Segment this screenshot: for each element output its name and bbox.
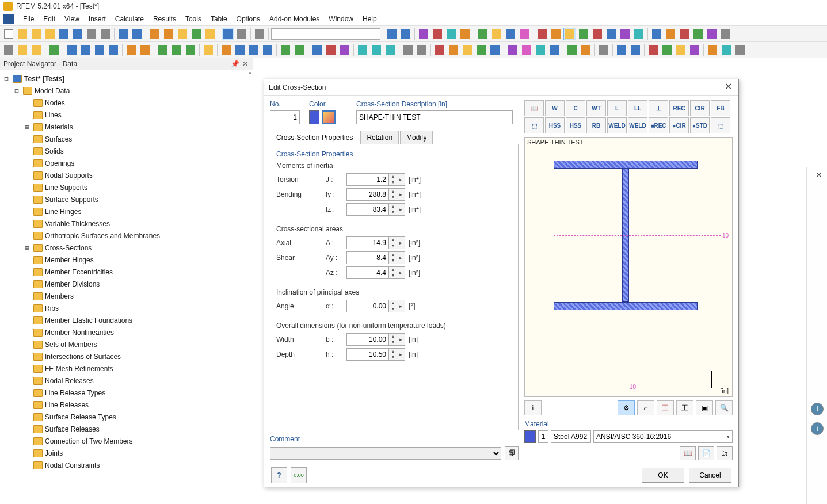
toolbar-button[interactable]	[461, 44, 474, 56]
tree-item-fe-mesh-refinements[interactable]: ·FE Mesh Refinements	[2, 362, 253, 375]
tree-item-surfaces[interactable]: ·Surfaces	[2, 133, 253, 145]
toolbar-button[interactable]	[85, 28, 98, 40]
toolbar-button[interactable]	[162, 28, 175, 40]
section-library-button[interactable]: L	[607, 100, 627, 116]
spin-goto-icon[interactable]: ▸	[397, 203, 405, 216]
toolbar-button[interactable]	[597, 44, 610, 56]
expander-icon[interactable]: ⊟	[13, 87, 21, 95]
toolbar-button[interactable]	[338, 44, 351, 56]
navigator-pin-icon[interactable]: 📌	[231, 60, 239, 68]
spin-goto-icon[interactable]: ▸	[397, 266, 405, 279]
material-standard-dropdown[interactable]: ANSI/AISC 360-16:2016▾	[593, 430, 733, 443]
menu-help[interactable]: Help	[358, 14, 382, 24]
tree-item-lines[interactable]: ·Lines	[2, 109, 253, 121]
toolbar-button[interactable]	[356, 44, 369, 56]
toolbar-button[interactable]	[619, 28, 631, 40]
toolbar-button[interactable]	[148, 28, 161, 40]
section-library-button[interactable]: ⬚	[711, 117, 730, 133]
toolbar-button[interactable]	[475, 44, 487, 56]
toolbar-button[interactable]	[125, 44, 138, 56]
toolbar-button[interactable]	[176, 28, 189, 40]
toolbar-button[interactable]	[632, 28, 645, 40]
spin-up-icon[interactable]: ▴	[389, 334, 397, 339]
toolbar-button[interactable]	[16, 28, 29, 40]
section-library-button[interactable]: WELD	[607, 117, 627, 133]
toolbar-button[interactable]	[417, 28, 430, 40]
section-library-button[interactable]: WT	[586, 100, 606, 116]
property-input[interactable]	[346, 173, 389, 186]
menu-table[interactable]: Table	[206, 14, 232, 24]
toolbar-button[interactable]	[117, 28, 129, 40]
toolbar-button[interactable]	[30, 44, 43, 56]
toolbar-button[interactable]	[247, 44, 260, 56]
toolbar-button[interactable]	[577, 28, 590, 40]
toolbar-button[interactable]	[202, 44, 215, 56]
property-input[interactable]	[346, 348, 389, 361]
toolbar-button[interactable]	[520, 44, 533, 56]
toolbar-button[interactable]	[220, 44, 233, 56]
toolbar-button[interactable]	[433, 44, 446, 56]
preview-tool-5[interactable]: ▣	[696, 400, 713, 415]
toolbar-button[interactable]	[2, 44, 15, 56]
property-input[interactable]	[346, 266, 389, 279]
tree-item-member-elastic-foundations[interactable]: ·Member Elastic Foundations	[2, 314, 253, 326]
toolbar-button[interactable]	[548, 44, 561, 56]
color-picker-button[interactable]	[322, 110, 336, 124]
property-input[interactable]	[346, 251, 389, 264]
spin-up-icon[interactable]: ▴	[389, 349, 397, 354]
toolbar-button[interactable]	[674, 44, 687, 56]
expander-icon[interactable]: ⊞	[23, 244, 31, 252]
section-library-button[interactable]: C	[566, 100, 585, 116]
toolbar-button[interactable]	[184, 44, 197, 56]
toolbar-button[interactable]	[534, 44, 547, 56]
toolbar-button[interactable]	[566, 44, 578, 56]
navigator-close-icon[interactable]: ✕	[241, 60, 249, 68]
tree-item-materials[interactable]: ⊞Materials	[2, 121, 253, 133]
spin-down-icon[interactable]: ▾	[389, 273, 397, 278]
ok-button[interactable]: OK	[642, 468, 684, 483]
toolbar-button[interactable]	[44, 28, 56, 40]
spin-goto-icon[interactable]: ▸	[397, 251, 405, 264]
section-library-button[interactable]: ●STD	[690, 117, 710, 133]
section-library-button[interactable]: LL	[628, 100, 647, 116]
section-library-button[interactable]: 📖	[524, 100, 544, 116]
scroll-up-icon[interactable]: ˄	[249, 71, 251, 78]
toolbar-button[interactable]	[139, 44, 151, 56]
toolbar-button[interactable]	[48, 44, 60, 56]
toolbar-button[interactable]	[402, 44, 414, 56]
toolbar-button[interactable]	[235, 28, 248, 40]
tree-root[interactable]: ⊟ Test* [Tests]	[2, 72, 253, 85]
section-library-button[interactable]: CIR	[690, 100, 710, 116]
toolbar-button[interactable]	[293, 44, 306, 56]
toolbar-button[interactable]	[591, 28, 604, 40]
toolbar-button[interactable]	[99, 28, 112, 40]
spin-goto-icon[interactable]: ▸	[397, 173, 405, 186]
tree-item-surface-releases[interactable]: ·Surface Releases	[2, 423, 253, 435]
section-library-button[interactable]: W	[545, 100, 565, 116]
toolbar-button[interactable]	[190, 28, 203, 40]
toolbar-button[interactable]	[16, 44, 29, 56]
expander-icon[interactable]: ⊞	[23, 123, 31, 131]
menu-add-on-modules[interactable]: Add-on Modules	[265, 14, 324, 24]
toolbar-button[interactable]	[222, 28, 234, 40]
tree-item-nodes[interactable]: ·Nodes	[2, 97, 253, 109]
spin-up-icon[interactable]: ▴	[389, 267, 397, 273]
spin-up-icon[interactable]: ▴	[389, 300, 397, 306]
tree-item-openings[interactable]: ·Openings	[2, 157, 253, 169]
units-button[interactable]: 0.00	[291, 467, 307, 483]
toolbar-button[interactable]	[71, 28, 84, 40]
spin-down-icon[interactable]: ▾	[389, 243, 397, 249]
tree-item-members[interactable]: ·Members	[2, 290, 253, 302]
tree-item-orthotropic-surfaces-and-membranes[interactable]: ·Orthotropic Surfaces and Membranes	[2, 230, 253, 242]
tree-item-ribs[interactable]: ·Ribs	[2, 302, 253, 314]
section-library-button[interactable]: WELD	[628, 117, 647, 133]
navigator-tree[interactable]: ˄ ⊟ Test* [Tests] ⊟ Model Data ·Nodes·Li…	[0, 70, 253, 504]
tree-item-nodal-releases[interactable]: ·Nodal Releases	[2, 375, 253, 387]
property-input[interactable]	[346, 333, 389, 346]
toolbar-button[interactable]	[706, 28, 718, 40]
tree-item-line-hinges[interactable]: ·Line Hinges	[2, 205, 253, 217]
tree-item-member-eccentricities[interactable]: ·Member Eccentricities	[2, 266, 253, 278]
spin-down-icon[interactable]: ▾	[389, 306, 397, 312]
menu-calculate[interactable]: Calculate	[110, 14, 148, 24]
expander-icon[interactable]: ⊟	[2, 75, 10, 83]
